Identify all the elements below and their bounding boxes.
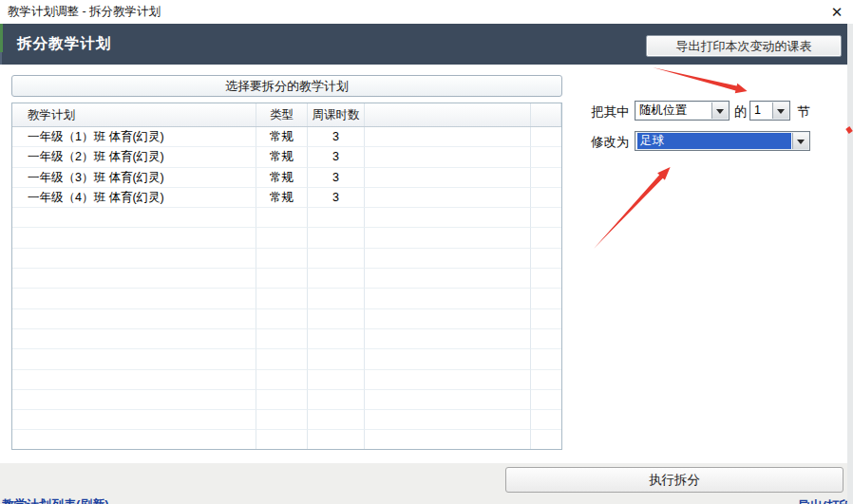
table-cell: 3 [308,188,365,208]
table-cell [365,228,531,248]
table-row[interactable]: 一年级（3）班 体育(幻灵)常规3 [12,168,561,188]
table-cell [365,188,531,208]
table-cell [12,329,256,349]
suffix-label: 节 [797,103,810,121]
column-header-type: 类型 [256,103,308,126]
close-icon[interactable]: ✕ [826,2,847,22]
export-print-button[interactable]: 导出打印本次变动的课表 [646,35,842,57]
table-row [12,370,561,390]
table-cell [531,208,561,228]
table-cell [12,430,256,450]
table-cell [256,228,308,248]
table-cell [308,410,365,430]
table-cell [308,329,365,349]
title-bar: 教学计划调整 - 拆分教学计划 ✕ [0,0,853,24]
table-row [12,228,561,248]
table-cell [531,249,561,269]
table-row [12,410,561,430]
table-row[interactable]: 一年级（2）班 体育(幻灵)常规3 [12,147,561,167]
execute-split-button[interactable]: 执行拆分 [505,467,844,493]
clipped-text-right: 导出(打印) [798,498,853,504]
table-cell [531,390,561,410]
table-cell [308,269,365,289]
clipped-text-left: 教学计划列表(刷新) [2,497,287,504]
column-header-empty [531,103,561,126]
position-select[interactable]: 随机位置 [635,101,730,121]
table-cell [256,208,308,228]
dropdown-button[interactable] [711,103,728,119]
table-cell [365,309,531,329]
table-cell [531,168,561,188]
table-cell [308,228,365,248]
table-cell [256,309,308,329]
table-cell [256,269,308,289]
table-cell [365,208,531,228]
count-select-value: 1 [754,102,772,120]
table-cell: 常规 [256,168,308,188]
table-cell [365,147,531,167]
table-cell [365,249,531,269]
plan-table-rows: 一年级（1）班 体育(幻灵)常规3一年级（2）班 体育(幻灵)常规3一年级（3）… [12,127,561,450]
table-cell [12,289,256,308]
column-header-plan: 教学计划 [12,103,256,126]
table-cell [308,309,365,329]
table-row [12,390,561,410]
table-cell [365,390,531,410]
chevron-down-icon [716,109,724,114]
table-cell [365,430,531,450]
table-cell [531,370,561,390]
table-cell [531,289,561,308]
table-row [12,349,561,369]
table-cell [308,289,365,308]
table-row[interactable]: 一年级（1）班 体育(幻灵)常规3 [12,127,561,147]
dropdown-button[interactable] [792,133,808,149]
page-title: 拆分教学计划 [17,34,111,54]
table-cell [12,370,256,390]
table-cell: 3 [308,127,365,147]
table-cell [308,370,365,390]
table-row [12,430,561,450]
plan-table: 教学计划 类型 周课时数 一年级（1）班 体育(幻灵)常规3一年级（2）班 体育… [11,103,562,450]
table-cell [531,329,561,349]
table-cell [12,410,256,430]
table-cell: 一年级（3）班 体育(幻灵) [12,168,256,188]
table-cell [365,289,531,308]
table-cell [256,349,308,369]
table-cell [256,390,308,410]
table-cell [12,309,256,329]
table-cell [12,208,256,228]
table-cell: 常规 [256,188,308,208]
table-cell: 常规 [256,127,308,147]
modify-label: 修改为 [591,134,630,151]
table-cell [256,410,308,430]
table-cell [531,430,561,450]
column-header-empty [365,103,531,126]
table-row[interactable]: 一年级（4）班 体育(幻灵)常规3 [12,188,561,208]
window-edge-decoration [0,24,3,52]
table-cell [12,349,256,369]
table-cell: 一年级（1）班 体育(幻灵) [12,127,256,147]
table-cell [365,269,531,289]
table-cell [365,127,531,147]
table-row [12,309,561,329]
count-select[interactable]: 1 [749,101,790,121]
subject-select[interactable]: 足球 [635,131,810,151]
table-cell [308,390,365,410]
table-cell [531,309,561,329]
table-row [12,289,561,308]
table-cell: 常规 [256,147,308,167]
table-cell [531,349,561,369]
column-header-hours: 周课时数 [308,103,365,126]
table-cell [256,249,308,269]
table-row [12,208,561,228]
table-cell: 一年级（4）班 体育(幻灵) [12,188,256,208]
select-plan-button[interactable]: 选择要拆分的教学计划 [11,75,562,97]
table-cell [308,208,365,228]
plan-table-header: 教学计划 类型 周课时数 [12,103,561,127]
table-cell: 3 [308,168,365,188]
table-cell [531,269,561,289]
table-cell [365,329,531,349]
subject-select-value: 足球 [637,133,791,149]
table-cell [531,127,561,147]
dropdown-button[interactable] [772,103,788,119]
